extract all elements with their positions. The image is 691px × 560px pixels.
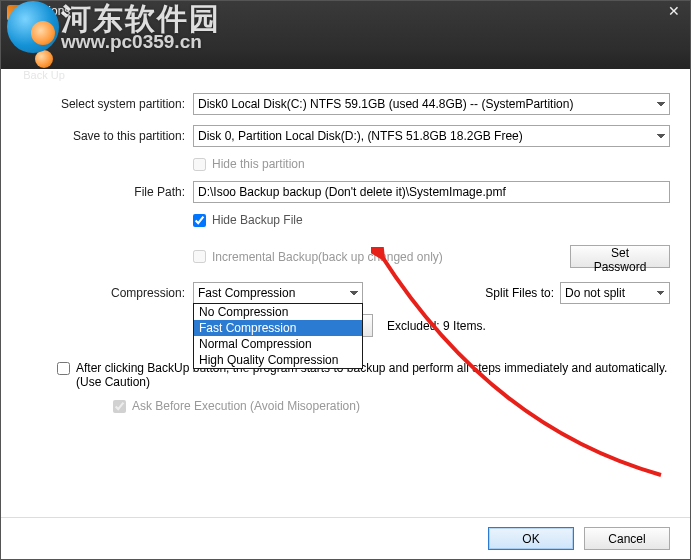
row-auto-backup: After clicking BackUp button, the progra… xyxy=(57,361,670,389)
hide-partition-checkbox: Hide this partition xyxy=(193,157,305,171)
label-split-files: Split Files to: xyxy=(485,286,554,300)
row-system-partition: Select system partition: Disk0 Local Dis… xyxy=(21,93,670,115)
compression-dropdown-list[interactable]: No Compression Fast Compression Normal C… xyxy=(193,303,363,369)
label-system-partition: Select system partition: xyxy=(21,97,193,111)
app-icon xyxy=(7,5,23,21)
compression-option-1[interactable]: Fast Compression xyxy=(194,320,362,336)
close-icon[interactable]: ✕ xyxy=(662,3,686,21)
auto-backup-label: After clicking BackUp button, the progra… xyxy=(76,361,670,389)
window-title: Options xyxy=(29,4,70,18)
hide-backup-label: Hide Backup File xyxy=(212,213,303,227)
ask-before-checkbox xyxy=(113,400,126,413)
auto-backup-checkbox[interactable] xyxy=(57,362,70,375)
hide-partition-label: Hide this partition xyxy=(212,157,305,171)
split-files-select[interactable]: Do not split xyxy=(560,282,670,304)
cancel-button[interactable]: Cancel xyxy=(584,527,670,550)
hide-partition-input xyxy=(193,158,206,171)
row-compression: Compression: Fast Compression No Compres… xyxy=(21,282,670,304)
row-hide-backup: Hide Backup File xyxy=(21,213,670,227)
row-hide-partition: Hide this partition xyxy=(21,157,670,171)
content-area: Select system partition: Disk0 Local Dis… xyxy=(1,83,690,559)
set-password-button[interactable]: Set Password xyxy=(570,245,670,268)
row-save-partition: Save to this partition: Disk 0, Partitio… xyxy=(21,125,670,147)
hide-backup-checkbox[interactable]: Hide Backup File xyxy=(193,213,303,227)
compression-combo[interactable]: Fast Compression No Compression Fast Com… xyxy=(193,282,363,304)
incremental-checkbox: Incremental Backup(back up changed only) xyxy=(193,250,443,264)
system-partition-select[interactable]: Disk0 Local Disk(C:) NTFS 59.1GB (used 4… xyxy=(193,93,670,115)
label-save-partition: Save to this partition: xyxy=(21,129,193,143)
label-file-path: File Path: xyxy=(21,185,193,199)
tab-strip: Back Up xyxy=(1,49,690,83)
backup-icon xyxy=(35,50,53,68)
incremental-input xyxy=(193,250,206,263)
compression-option-3[interactable]: High Quality Compression xyxy=(194,352,362,368)
tab-label: Back Up xyxy=(23,69,65,81)
row-ask-before: Ask Before Execution (Avoid Misoperation… xyxy=(113,399,670,413)
label-compression: Compression: xyxy=(21,286,193,300)
compression-option-0[interactable]: No Compression xyxy=(194,304,362,320)
row-incremental: Incremental Backup(back up changed only)… xyxy=(21,245,670,268)
incremental-label: Incremental Backup(back up changed only) xyxy=(212,250,443,264)
ok-button[interactable]: OK xyxy=(488,527,574,550)
save-partition-select[interactable]: Disk 0, Partition Local Disk(D:), (NTFS … xyxy=(193,125,670,147)
file-path-input[interactable] xyxy=(193,181,670,203)
split-files-area: Split Files to: Do not split xyxy=(485,282,670,304)
excluded-count-text: Excluded: 9 Items. xyxy=(387,319,486,333)
row-file-path: File Path: xyxy=(21,181,670,203)
ask-before-label: Ask Before Execution (Avoid Misoperation… xyxy=(132,399,360,413)
compression-option-2[interactable]: Normal Compression xyxy=(194,336,362,352)
hide-backup-input[interactable] xyxy=(193,214,206,227)
compression-select[interactable]: Fast Compression xyxy=(193,282,363,304)
tab-backup[interactable]: Back Up xyxy=(15,49,73,83)
footer: OK Cancel xyxy=(1,517,690,559)
titlebar: Options ✕ xyxy=(1,1,690,49)
